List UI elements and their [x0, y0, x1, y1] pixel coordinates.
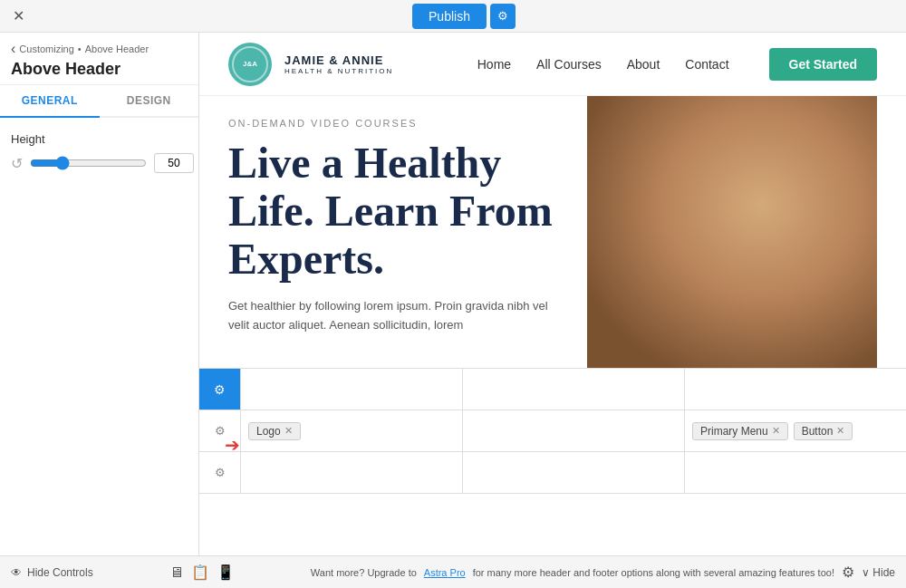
sidebar-content: Height ↺ 50	[0, 118, 198, 555]
logo-circle: J&A	[228, 43, 272, 86]
builder-row1-cell1	[241, 369, 463, 410]
nav-about[interactable]: About	[627, 57, 660, 72]
builder-row2-cell3: Primary Menu ✕ Button ✕	[685, 410, 906, 451]
publish-area: Publish ⚙	[412, 4, 516, 29]
close-button[interactable]: ✕	[7, 5, 29, 27]
breadcrumb-above-header: Above Header	[85, 43, 149, 54]
nav-links: Home All Courses About Contact Get Start…	[477, 48, 877, 81]
hero-section: ON-DEMAND VIDEO COURSES Live a Healthy L…	[199, 96, 906, 368]
builder-row1-cell2	[463, 369, 685, 410]
gear-icon-row1: ⚙	[214, 382, 226, 397]
upgrade-text: Want more? Upgrade to	[311, 567, 417, 578]
hide-button[interactable]: ∨ Hide	[862, 566, 895, 579]
footer-gear-icon[interactable]: ⚙	[842, 564, 854, 581]
preview-nav: J&A JAMIE & ANNIE HEALTH & NUTRITION Hom…	[199, 33, 906, 96]
height-value-input[interactable]: 50	[154, 153, 194, 173]
sidebar: ‹ Customizing • Above Header Above Heade…	[0, 33, 199, 555]
back-arrow-icon[interactable]: ‹	[11, 42, 15, 56]
height-control: ↺ 50	[11, 153, 188, 173]
eye-icon: 👁	[11, 566, 22, 579]
footer-right: Want more? Upgrade to Astra Pro for many…	[311, 564, 895, 581]
hero-description: Get healthier by following lorem ipsum. …	[228, 297, 565, 335]
logo-name: JAMIE & ANNIE	[284, 53, 393, 67]
publish-settings-button[interactable]: ⚙	[490, 4, 516, 29]
hero-image-content	[587, 96, 877, 368]
primary-menu-tag: Primary Menu ✕	[692, 422, 788, 440]
height-slider[interactable]	[30, 156, 147, 170]
builder-row-3: ⚙	[199, 452, 906, 494]
breadcrumb-separator: •	[78, 43, 82, 54]
logo-tag-remove[interactable]: ✕	[284, 425, 293, 437]
builder-row-2: ⚙ Logo ✕ Primary Menu ✕	[199, 410, 906, 452]
logo-sub: HEALTH & NUTRITION	[284, 67, 393, 75]
hero-tag: ON-DEMAND VIDEO COURSES	[228, 118, 565, 129]
nav-contact[interactable]: Contact	[685, 57, 728, 72]
button-tag-label: Button	[802, 425, 834, 438]
page-title: Above Header	[11, 60, 188, 79]
builder-row1-cell3	[685, 369, 906, 410]
device-icons: 🖥 📋 📱	[169, 564, 235, 581]
publish-button[interactable]: Publish	[412, 4, 487, 29]
reset-icon[interactable]: ↺	[11, 155, 23, 172]
builder-row2-cell2	[463, 410, 685, 451]
logo-tag: Logo ✕	[248, 422, 301, 440]
builder-row3-cell1	[241, 452, 463, 493]
primary-menu-remove[interactable]: ✕	[772, 425, 780, 437]
nav-logo: J&A JAMIE & ANNIE HEALTH & NUTRITION	[228, 43, 393, 86]
breadcrumb-customizing: Customizing	[19, 43, 74, 54]
primary-menu-label: Primary Menu	[700, 425, 768, 438]
gear-icon-row3: ⚙	[215, 466, 226, 479]
builder-row2-cell1: Logo ✕	[241, 410, 463, 451]
builder-row-1: ⚙	[199, 369, 906, 410]
hero-title: Live a Healthy Life. Learn From Experts.	[228, 140, 565, 283]
builder-row3-gear-cell[interactable]: ⚙	[199, 452, 241, 493]
main-layout: ‹ Customizing • Above Header Above Heade…	[0, 33, 906, 555]
sidebar-header: ‹ Customizing • Above Header Above Heade…	[0, 33, 198, 85]
sidebar-tabs: GENERAL DESIGN	[0, 85, 198, 118]
hide-controls-button[interactable]: 👁 Hide Controls	[11, 566, 93, 579]
tab-design[interactable]: DESIGN	[100, 85, 199, 116]
button-tag-remove[interactable]: ✕	[836, 425, 844, 437]
nav-courses[interactable]: All Courses	[536, 57, 602, 72]
desktop-icon[interactable]: 🖥	[169, 564, 184, 581]
hero-text: ON-DEMAND VIDEO COURSES Live a Healthy L…	[228, 96, 587, 335]
nav-home[interactable]: Home	[477, 57, 511, 72]
builder-row3-cell2	[463, 452, 685, 493]
builder-row1-gear-cell[interactable]: ⚙	[199, 369, 241, 410]
astra-pro-link[interactable]: Astra Pro	[424, 567, 466, 578]
builder-row3-cell3	[685, 452, 906, 493]
website-preview: ➔ J&A JAMIE & ANNIE HEALTH & NUTRITION H…	[199, 33, 906, 555]
footer-bar: 👁 Hide Controls 🖥 📋 📱 Want more? Upgrade…	[0, 555, 906, 588]
gear-icon: ⚙	[497, 9, 508, 23]
gear-icon-row2: ⚙	[215, 424, 226, 438]
logo-text-block: JAMIE & ANNIE HEALTH & NUTRITION	[284, 53, 393, 75]
builder-bottom: ⚙ ⚙ Logo ✕	[199, 368, 906, 494]
hide-controls-label: Hide Controls	[27, 566, 93, 579]
hero-image	[587, 96, 877, 368]
logo-tag-label: Logo	[256, 425, 281, 438]
height-label: Height	[11, 132, 188, 146]
top-bar: ✕ Publish ⚙	[0, 0, 906, 33]
tablet-icon[interactable]: 📋	[191, 564, 209, 581]
breadcrumb: ‹ Customizing • Above Header	[11, 42, 188, 56]
button-tag: Button ✕	[794, 422, 853, 440]
tab-general[interactable]: GENERAL	[0, 85, 100, 118]
preview-area: ➔ J&A JAMIE & ANNIE HEALTH & NUTRITION H…	[199, 33, 906, 555]
mobile-icon[interactable]: 📱	[217, 564, 235, 581]
builder-row2-gear-cell[interactable]: ⚙	[199, 410, 241, 451]
upgrade-suffix: for many more header and footer options …	[473, 567, 834, 578]
nav-cta-button[interactable]: Get Started	[769, 48, 877, 81]
